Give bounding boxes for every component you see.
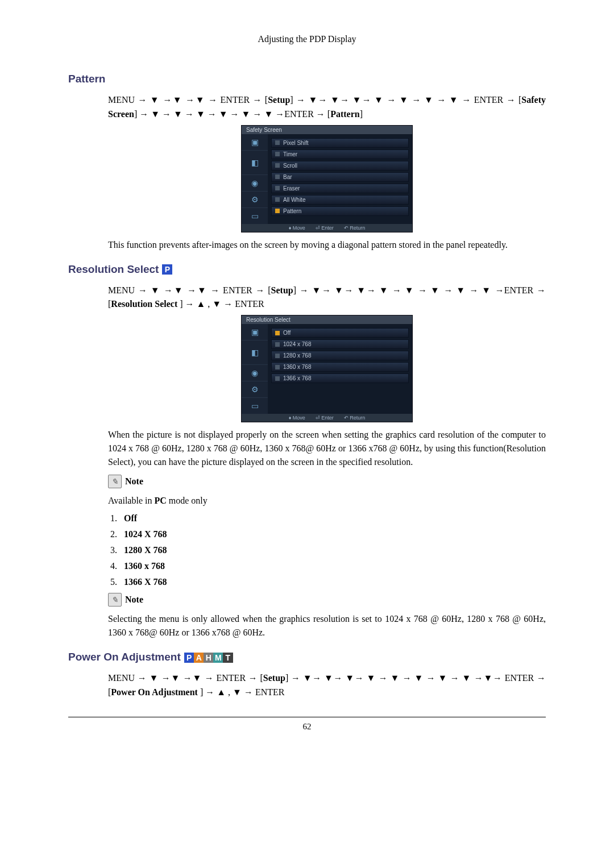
osd-enter-hint: ⏎ Enter xyxy=(316,415,334,421)
badge-h-icon: H xyxy=(204,653,214,663)
osd-footer: ♦ Move ⏎ Enter ↶ Return xyxy=(242,224,412,232)
osd-item[interactable]: Scroll xyxy=(271,161,409,171)
list-item: 1366 X 768 xyxy=(119,577,546,587)
sound-icon: ◧ xyxy=(242,340,268,365)
osd-item[interactable]: Bar xyxy=(271,172,409,182)
osd-move-hint: ♦ Move xyxy=(289,225,305,231)
input-icon: ▭ xyxy=(242,208,268,224)
osd-item[interactable]: 1280 x 768 xyxy=(271,351,409,360)
osd-title: Resolution Select xyxy=(242,315,412,324)
list-item: 1280 X 768 xyxy=(119,545,546,555)
osd-resolution: Resolution Select ▣ ◧ ◉ ⚙ ▭ Off 1024 x 7… xyxy=(241,315,413,422)
section-title-text: Resolution Select xyxy=(68,263,159,276)
running-header: Adjusting the PDP Display xyxy=(68,34,546,44)
power-on-content: MENU → ▼ →▼ →▼ → ENTER → [Setup] → ▼→ ▼→… xyxy=(108,671,546,700)
note-block: ✎ Note xyxy=(108,593,546,607)
sound-icon: ◧ xyxy=(242,151,268,175)
osd-icon-column: ▣ ◧ ◉ ⚙ ▭ xyxy=(242,134,268,224)
nav-path-resolution: MENU → ▼ →▼ →▼ → ENTER → [Setup] → ▼→ ▼→… xyxy=(108,284,546,312)
badge-t-icon: T xyxy=(223,653,233,663)
channel-icon: ◉ xyxy=(242,175,268,192)
nav-path-power-on: MENU → ▼ →▼ →▼ → ENTER → [Setup] → ▼→ ▼→… xyxy=(108,671,546,700)
pattern-content: MENU → ▼ →▼ →▼ → ENTER → [Setup] → ▼→ ▼→… xyxy=(108,93,546,252)
osd-item[interactable]: 1024 x 768 xyxy=(271,339,409,349)
badge-a-icon: A xyxy=(194,653,204,663)
list-item: 1360 x 768 xyxy=(119,561,546,571)
badge-m-icon: M xyxy=(213,653,223,663)
osd-move-hint: ♦ Move xyxy=(289,415,305,421)
note-block: ✎ Note xyxy=(108,475,546,488)
osd-list: Off 1024 x 768 1280 x 768 1360 x 768 136… xyxy=(268,324,412,414)
section-title-text: Pattern xyxy=(68,73,105,85)
osd-return-hint: ↶ Return xyxy=(344,225,366,231)
picture-icon: ▣ xyxy=(242,134,268,151)
resolution-description: When the picture is not displayed proper… xyxy=(108,428,546,469)
osd-body: ▣ ◧ ◉ ⚙ ▭ Off 1024 x 768 1280 x 768 1360… xyxy=(242,324,412,414)
section-title-resolution: Resolution Select P xyxy=(68,263,546,276)
osd-item-active[interactable]: Pattern xyxy=(271,206,409,216)
note-label: Note xyxy=(125,476,143,487)
section-title-pattern: Pattern xyxy=(68,73,546,85)
note-icon: ✎ xyxy=(108,475,122,488)
osd-pattern: Safety Screen ▣ ◧ ◉ ⚙ ▭ Pixel Shift Time… xyxy=(241,125,413,232)
osd-item[interactable]: 1366 x 768 xyxy=(271,373,409,383)
osd-footer: ♦ Move ⏎ Enter ↶ Return xyxy=(242,414,412,422)
document-page: Adjusting the PDP Display Pattern MENU →… xyxy=(0,0,614,868)
note-text: Selecting the menu is only allowed when … xyxy=(108,612,546,639)
badge-p-icon: P xyxy=(184,653,194,663)
osd-enter-hint: ⏎ Enter xyxy=(316,225,334,231)
nav-path-pattern: MENU → ▼ →▼ →▼ → ENTER → [Setup] → ▼→ ▼→… xyxy=(108,93,546,122)
osd-return-hint: ↶ Return xyxy=(344,415,366,421)
page-number: 62 xyxy=(68,722,546,732)
picture-icon: ▣ xyxy=(242,324,268,340)
input-icon: ▭ xyxy=(242,398,268,414)
pattern-description: This function prevents after-images on t… xyxy=(108,238,546,252)
osd-icon-column: ▣ ◧ ◉ ⚙ ▭ xyxy=(242,324,268,414)
list-item: Off xyxy=(119,513,546,524)
osd-item[interactable]: Eraser xyxy=(271,184,409,193)
note-icon: ✎ xyxy=(108,593,122,607)
setup-icon: ⚙ xyxy=(242,381,268,398)
resolution-content: MENU → ▼ →▼ →▼ → ENTER → [Setup] → ▼→ ▼→… xyxy=(108,284,546,640)
badge-p-icon: P xyxy=(162,264,172,275)
osd-item[interactable]: All White xyxy=(271,195,409,205)
osd-body: ▣ ◧ ◉ ⚙ ▭ Pixel Shift Timer Scroll Bar E… xyxy=(242,134,412,224)
osd-item-active[interactable]: Off xyxy=(271,328,409,338)
resolution-options-list: Off 1024 X 768 1280 X 768 1360 x 768 136… xyxy=(119,513,546,587)
note-text: Available in PC mode only xyxy=(108,494,546,508)
osd-item[interactable]: Pixel Shift xyxy=(271,138,409,148)
footer-divider xyxy=(68,717,546,717)
section-title-text: Power On Adjustment xyxy=(68,651,181,663)
section-title-power-on: Power On Adjustment PAHMT xyxy=(68,651,546,663)
note-label: Note xyxy=(125,595,143,605)
osd-list: Pixel Shift Timer Scroll Bar Eraser All … xyxy=(268,134,412,224)
osd-item[interactable]: 1360 x 768 xyxy=(271,362,409,372)
setup-icon: ⚙ xyxy=(242,192,268,208)
badge-group: PAHMT xyxy=(184,651,233,663)
osd-item[interactable]: Timer xyxy=(271,149,409,159)
channel-icon: ◉ xyxy=(242,365,268,381)
osd-title: Safety Screen xyxy=(242,126,412,134)
list-item: 1024 X 768 xyxy=(119,529,546,539)
